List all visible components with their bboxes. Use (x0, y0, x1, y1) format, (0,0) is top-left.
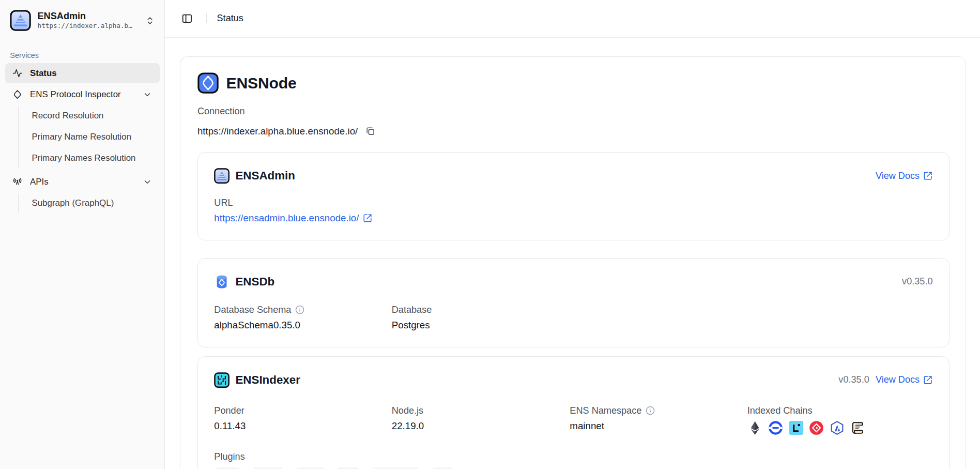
field-label: Ponder (214, 405, 391, 416)
optimism-icon (809, 420, 824, 435)
info-icon[interactable] (295, 305, 304, 314)
topbar: Status (165, 0, 980, 38)
sidebar-item-label: Record Resolution (32, 111, 103, 121)
sidebar-item-label: APIs (30, 177, 49, 187)
base-icon (768, 420, 783, 435)
sidebar: ENSAdmin https://indexer.alpha.b… Servic… (0, 0, 165, 469)
sidebar-item-apis[interactable]: APIs (5, 172, 160, 192)
connection-row: https://indexer.alpha.blue.ensnode.io/ (197, 125, 950, 138)
url-field: URL https://ensadmin.blue.ensnode.io/ (214, 198, 391, 224)
sidebar-item-label: Subgraph (GraphQL) (32, 198, 114, 208)
card-title: ENSAdmin (235, 169, 295, 183)
sidebar-item-record-resolution[interactable]: Record Resolution (24, 106, 160, 126)
ensindexer-card: ENSIndexer v0.35.0 View Docs (197, 356, 950, 469)
scroll-icon (850, 420, 865, 435)
ensindexer-logo-icon (214, 372, 229, 388)
copy-button[interactable] (364, 125, 376, 138)
view-docs-link[interactable]: View Docs (876, 374, 933, 385)
ensnode-status-card: ENSNode Connection https://indexer.alpha… (180, 56, 966, 469)
ens-diamond-icon (12, 89, 22, 99)
sidebar-toggle-button[interactable] (177, 9, 196, 28)
version-badge: v0.35.0 (902, 276, 932, 287)
sidebar-nav: Status ENS Protocol Inspector Record Res… (0, 63, 164, 217)
arbitrum-icon (830, 420, 845, 435)
database-schema-field: Database Schema alphaSchema0.35.0 (214, 305, 391, 331)
sidebar-item-subgraph-graphql[interactable]: Subgraph (GraphQL) (24, 193, 160, 214)
field-value: 22.19.0 (392, 420, 570, 432)
ensnode-logo-icon (197, 72, 219, 94)
view-docs-label: View Docs (876, 171, 920, 181)
view-docs-link[interactable]: View Docs (876, 171, 933, 181)
sidebar-item-label: Status (30, 68, 57, 79)
field-label: Indexed Chains (747, 405, 933, 416)
inspector-submenu: Record Resolution Primary Name Resolutio… (18, 106, 159, 169)
connection-url-short: https://indexer.alpha.b… (38, 22, 139, 31)
ensadmin-card-header: ENSAdmin View Docs (214, 168, 932, 184)
ensdb-card-header: ENSDb v0.35.0 (214, 274, 932, 290)
apis-submenu: Subgraph (GraphQL) (18, 193, 159, 214)
workspace-switcher[interactable]: ENSAdmin https://indexer.alpha.b… (5, 6, 160, 35)
plugins-label: Plugins (214, 451, 932, 462)
app-title: ENSAdmin (38, 11, 139, 22)
ensadmin-logo-icon (10, 10, 31, 31)
panel-left-icon (181, 13, 193, 24)
ensdb-logo-icon (214, 274, 229, 290)
info-icon[interactable] (646, 406, 655, 415)
field-value: 0.11.43 (214, 420, 391, 432)
card-title: ENSIndexer (235, 373, 300, 387)
field-value: alphaSchema0.35.0 (214, 320, 391, 331)
breadcrumb: Status (217, 13, 243, 24)
indexed-chains-field: Indexed Chains (747, 405, 933, 435)
ensindexer-card-header: ENSIndexer v0.35.0 View Docs (214, 372, 932, 388)
topbar-divider (206, 13, 207, 23)
indexed-chains-row (747, 420, 933, 435)
external-link-icon (363, 214, 372, 223)
chevrons-up-down-icon[interactable] (145, 16, 155, 25)
field-label: ENS Namespace (570, 405, 641, 416)
page-title: ENSNode (226, 74, 296, 92)
external-link-icon (923, 171, 932, 180)
view-docs-label: View Docs (876, 374, 920, 385)
sidebar-item-status[interactable]: Status (5, 63, 160, 83)
ensadmin-url-link[interactable]: https://ensadmin.blue.ensnode.io/ (214, 213, 391, 224)
external-link-icon (923, 375, 932, 385)
sidebar-item-primary-name-resolution[interactable]: Primary Name Resolution (24, 127, 160, 147)
field-value: mainnet (570, 420, 747, 432)
activity-icon (12, 68, 22, 78)
ensadmin-logo-icon (214, 168, 229, 184)
version-badge: v0.35.0 (838, 374, 869, 385)
sidebar-item-label: Primary Name Resolution (32, 132, 131, 142)
workspace-info: ENSAdmin https://indexer.alpha.b… (38, 11, 139, 30)
sidebar-item-ens-protocol-inspector[interactable]: ENS Protocol Inspector (5, 84, 160, 104)
connection-url: https://indexer.alpha.blue.ensnode.io/ (197, 126, 358, 137)
card-title: ENSDb (235, 275, 274, 289)
ensadmin-card: ENSAdmin View Docs URL (197, 152, 950, 240)
database-field: Database Postgres (392, 305, 933, 331)
ensdb-card: ENSDb v0.35.0 Database Schema (197, 258, 950, 347)
ensadmin-url-text: https://ensadmin.blue.ensnode.io/ (214, 213, 359, 224)
ensnode-header: ENSNode (197, 72, 950, 94)
sidebar-item-primary-names-resolution[interactable]: Primary Names Resolution (24, 148, 160, 169)
field-label: Database Schema (214, 305, 291, 315)
copy-icon (365, 126, 375, 136)
services-section-label: Services (0, 51, 164, 59)
linea-icon (789, 420, 804, 435)
ensadmin-app: ENSAdmin https://indexer.alpha.b… Servic… (0, 0, 980, 469)
ponder-field: Ponder 0.11.43 (214, 405, 391, 435)
url-label: URL (214, 198, 391, 208)
field-value: Postgres (392, 320, 933, 331)
nodejs-field: Node.js 22.19.0 (392, 405, 570, 435)
main-area: Status ENSNode Connection https://indexe… (165, 0, 980, 469)
field-label: Node.js (392, 405, 570, 416)
connection-label: Connection (197, 106, 950, 117)
sidebar-item-label: ENS Protocol Inspector (30, 89, 121, 100)
ethereum-icon (747, 420, 762, 435)
sidebar-item-label: Primary Names Resolution (32, 153, 135, 163)
content: ENSNode Connection https://indexer.alpha… (165, 38, 980, 469)
ens-namespace-field: ENS Namespace mainnet (570, 405, 747, 435)
field-label: Database (392, 305, 933, 315)
chevron-down-icon (143, 90, 152, 99)
chevron-down-icon (143, 177, 152, 187)
radio-tower-icon (12, 177, 22, 187)
